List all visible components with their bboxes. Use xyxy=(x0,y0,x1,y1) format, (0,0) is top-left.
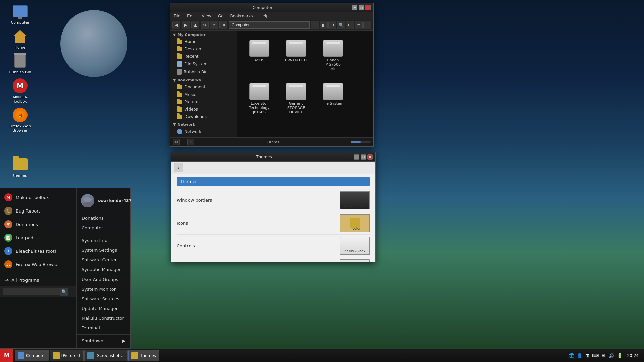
sidebar-item-recent[interactable]: Recent xyxy=(170,53,237,60)
sidebar-item-videos[interactable]: Videos xyxy=(170,106,237,113)
menu-help[interactable]: Help xyxy=(256,12,272,20)
sidebar-item-documents[interactable]: Documents xyxy=(170,83,237,91)
start-menu-item-system-monitor[interactable]: System Monitor xyxy=(77,284,130,294)
taskbar-item-themes[interactable]: Themes xyxy=(128,350,159,361)
drive-icon-filesystem xyxy=(323,83,343,100)
themes-back-button[interactable]: ‹ xyxy=(174,163,183,172)
statusbar-btn1[interactable]: ⊡ xyxy=(173,139,180,145)
back-button[interactable]: ◀ xyxy=(172,21,180,29)
menu-go[interactable]: Go xyxy=(215,12,227,20)
new-tab-button[interactable]: ⊞ xyxy=(219,21,227,29)
view-grid[interactable]: ⊞ xyxy=(346,21,354,29)
theme-preview-controls[interactable]: Zorin8-Black xyxy=(340,237,370,255)
view-more[interactable]: ⋯ xyxy=(363,21,371,29)
computer-minimize-button[interactable]: ─ xyxy=(352,5,357,10)
menu-file[interactable]: File xyxy=(170,12,184,20)
start-menu-item-software-sources[interactable]: Software Sources xyxy=(77,294,130,304)
statusbar-btn2[interactable]: ⊞ xyxy=(187,139,194,145)
start-menu-item-donations[interactable]: ♥ Donations xyxy=(0,218,76,231)
home-button[interactable]: ⌂ xyxy=(210,21,218,29)
taskbar-clock: 20:24 xyxy=(624,353,641,358)
view-list[interactable]: ≡ xyxy=(355,21,363,29)
start-menu-item-makulu-toolbox[interactable]: M Makulu-Toolbox xyxy=(0,191,76,204)
desktop-icon-makulu[interactable]: M Makulu-Toolbox xyxy=(7,78,34,104)
start-menu-item-system-info[interactable]: System Info xyxy=(77,236,130,245)
theme-preview-icons[interactable]: hicolor xyxy=(340,214,370,232)
start-button[interactable]: M xyxy=(0,349,13,362)
sidebar-item-downloads[interactable]: Downloads xyxy=(170,113,237,120)
sidebar-item-rubbish[interactable]: Rubbish Bin xyxy=(170,68,237,76)
computer-close-button[interactable]: ✕ xyxy=(365,5,371,10)
menu-edit[interactable]: Edit xyxy=(184,12,198,20)
tray-speaker-icon[interactable]: 🔊 xyxy=(608,352,615,359)
start-menu-item-bug-report[interactable]: 🐛 Bug Report xyxy=(0,204,76,218)
sidebar-section-bookmarks[interactable]: ▼ Bookmarks xyxy=(170,76,237,83)
search-button[interactable]: 🔍 xyxy=(60,288,68,296)
taskbar-item-computer[interactable]: Computer xyxy=(15,350,49,361)
sidebar-item-filesystem[interactable]: File System xyxy=(170,60,237,68)
start-menu-item-terminal[interactable]: Terminal xyxy=(77,323,130,333)
up-button[interactable]: ▲ xyxy=(191,21,199,29)
file-label-canon: Canon MG7500 series xyxy=(321,58,345,71)
start-menu-item-user-groups[interactable]: User And Groups xyxy=(77,275,130,284)
panel-btn[interactable]: ⊞ xyxy=(311,21,319,29)
desktop-icon-rubbish[interactable]: Rubbish Bin xyxy=(7,53,34,74)
start-search: 🔍 xyxy=(0,286,76,297)
sidebar-item-network[interactable]: Network xyxy=(170,128,237,136)
file-item-excelstor[interactable]: ExcelStor Technology J8160S xyxy=(244,80,274,117)
desktop-icon-home[interactable]: Home xyxy=(7,28,34,50)
sidebar-item-home[interactable]: Home xyxy=(170,38,237,45)
tray-user-icon[interactable]: 👤 xyxy=(576,352,583,359)
tray-keyboard-icon[interactable]: ⌨ xyxy=(592,352,599,359)
menu-bookmarks[interactable]: Bookmarks xyxy=(227,12,256,20)
desktop-icon-computer[interactable]: Computer xyxy=(7,3,34,25)
side-panel-btn[interactable]: ◧ xyxy=(320,21,328,29)
shutdown-button[interactable]: Shutdown ▶ xyxy=(77,336,130,346)
start-menu-item-makulu-constructor[interactable]: Makulu Constructor xyxy=(77,313,130,323)
search-btn[interactable]: 🔍 xyxy=(337,21,345,29)
taskbar-item-screenshot[interactable]: [Screenshot-... xyxy=(84,350,128,361)
start-menu-item-system-settings[interactable]: System Settings xyxy=(77,245,130,255)
taskbar-item-pictures[interactable]: [Pictures] xyxy=(50,350,84,361)
themes-minimize-button[interactable]: ─ xyxy=(354,154,359,160)
theme-preview-mouse-pointer[interactable]: ↖ Adwaita xyxy=(340,259,370,262)
desktop-icon-firefox[interactable]: 🦊 Firefox Web Browser xyxy=(7,107,34,133)
username-label: swarfendor437 xyxy=(98,198,132,203)
start-menu-item-update-manager[interactable]: Update Manager xyxy=(77,304,130,313)
terminal-btn[interactable]: ⊡ xyxy=(328,21,336,29)
menu-view[interactable]: View xyxy=(198,12,214,20)
start-search-input[interactable] xyxy=(3,288,60,295)
tray-network-icon[interactable]: 🌐 xyxy=(568,352,575,359)
all-programs-button[interactable]: → All Programs xyxy=(0,274,76,286)
tray-apps-icon[interactable]: ⊞ xyxy=(584,352,591,359)
location-bar[interactable] xyxy=(229,21,310,29)
start-menu-item-software-center[interactable]: Software Center xyxy=(77,255,130,265)
sidebar-section-my-computer[interactable]: ▼ My Computer xyxy=(170,31,237,38)
sidebar-section-network[interactable]: ▼ Network xyxy=(170,120,237,128)
file-item-bw16d1ht[interactable]: BW-16D1HT xyxy=(281,37,311,74)
file-item-canon[interactable]: Canon MG7500 series xyxy=(318,37,348,74)
file-item-asus[interactable]: ASUS xyxy=(244,37,274,74)
sidebar-item-desktop[interactable]: Desktop xyxy=(170,45,237,53)
start-menu-item-bleachbit[interactable]: ✦ BleachBit (as root) xyxy=(0,244,76,258)
user-avatar[interactable] xyxy=(81,194,94,207)
sidebar-item-music[interactable]: Music xyxy=(170,91,237,98)
themes-window: Themes ─ □ ✕ ‹ Themes Window borders Zor… xyxy=(171,152,376,262)
tray-display-icon[interactable]: 🖥 xyxy=(600,352,607,359)
theme-preview-window-borders[interactable]: Zorin8-Black xyxy=(340,191,370,209)
start-menu-item-leafpad[interactable]: 📝 Leafpad xyxy=(0,231,76,244)
forward-button[interactable]: ▶ xyxy=(182,21,190,29)
desktop-icon-themes[interactable]: themes xyxy=(7,156,34,178)
start-menu-item-donations[interactable]: Donations xyxy=(77,213,130,223)
tray-battery-icon[interactable]: 🔋 xyxy=(616,352,623,359)
start-menu-item-synaptic[interactable]: Synaptic Manager xyxy=(77,265,130,275)
sidebar-item-pictures[interactable]: Pictures xyxy=(170,98,237,106)
refresh-button[interactable]: ↺ xyxy=(201,21,209,29)
file-item-filesystem[interactable]: File System xyxy=(318,80,348,117)
start-menu-item-computer[interactable]: Computer xyxy=(77,223,130,233)
themes-maximize-button[interactable]: □ xyxy=(361,154,366,160)
themes-close-button[interactable]: ✕ xyxy=(367,154,373,160)
start-menu-item-firefox[interactable]: 🦊 Firefox Web Browser xyxy=(0,258,76,271)
file-item-generic[interactable]: Generic STORAGE DEVICE xyxy=(281,80,311,117)
computer-maximize-button[interactable]: □ xyxy=(359,5,364,10)
